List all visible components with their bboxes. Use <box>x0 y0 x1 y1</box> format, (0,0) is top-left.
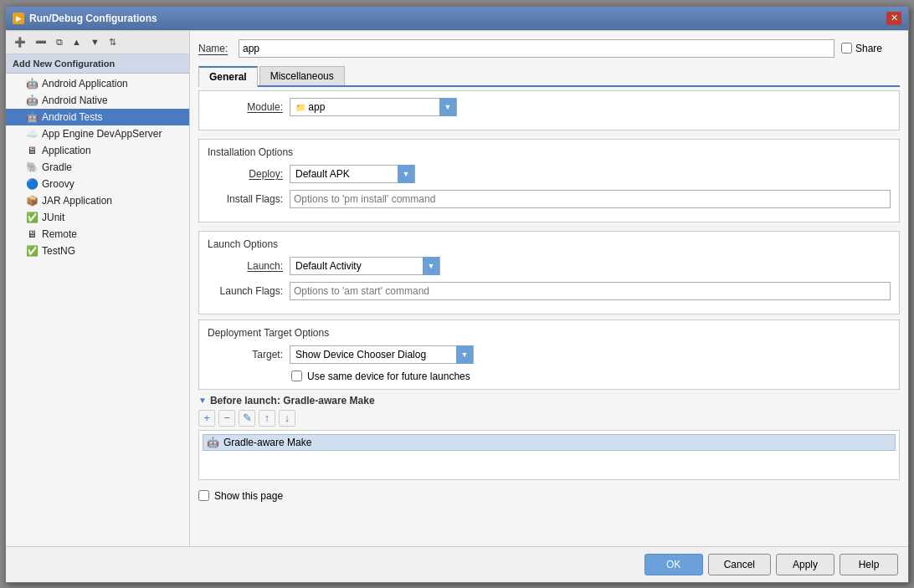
add-icon: ➕ <box>14 37 26 48</box>
dialog-icon: ▶ <box>13 13 24 24</box>
sidebar-item-groovy[interactable]: 🔵 Groovy <box>6 176 189 192</box>
launch-flags-label: Launch Flags: <box>208 285 283 297</box>
copy-icon: ⧉ <box>56 37 63 48</box>
bl-down-btn[interactable]: ↓ <box>279 410 295 427</box>
install-flags-input[interactable] <box>290 190 891 208</box>
sidebar-item-label: Android Tests <box>42 111 103 123</box>
apply-button[interactable]: Apply <box>776 554 834 575</box>
module-row: Module: 📁 app ▼ <box>208 98 891 116</box>
launch-row: Launch: Default Activity ▼ <box>208 257 891 275</box>
bl-up-btn[interactable]: ↑ <box>259 410 275 427</box>
launch-flags-input[interactable] <box>290 282 891 300</box>
close-button[interactable]: ✕ <box>886 12 901 25</box>
arrow-up-icon: ▲ <box>72 37 81 47</box>
deploy-dropdown[interactable]: Default APK ▼ <box>290 165 415 183</box>
target-dropdown[interactable]: Show Device Chooser Dialog ▼ <box>290 345 474 364</box>
sidebar-item-android-native[interactable]: 🤖 Android Native <box>6 92 189 109</box>
title-bar: ▶ Run/Debug Configurations ✕ <box>6 7 908 30</box>
left-panel: ➕ ➖ ⧉ ▲ ▼ ⇅ Add New Configuration <box>6 31 190 546</box>
sidebar-item-jar-application[interactable]: 📦 JAR Application <box>6 192 189 209</box>
sidebar-item-label: App Engine DevAppServer <box>42 128 162 140</box>
chevron-down-icon: ▼ <box>456 345 473 364</box>
remote-icon: 🖥 <box>26 228 38 240</box>
install-flags-label: Install Flags: <box>208 193 283 205</box>
move-up-btn[interactable]: ▲ <box>69 34 85 49</box>
bl-list-item[interactable]: 🤖 Gradle-aware Make <box>203 434 896 451</box>
launch-dropdown[interactable]: Default Activity ▼ <box>290 257 440 275</box>
move-down-btn[interactable]: ▼ <box>87 34 103 49</box>
before-launch-header: ▼ Before launch: Gradle-aware Make <box>198 395 900 406</box>
bl-edit-btn[interactable]: ✎ <box>239 410 255 427</box>
sidebar-item-android-application[interactable]: 🤖 Android Application <box>6 75 189 92</box>
sidebar-item-testng[interactable]: ✅ TestNG <box>6 243 189 259</box>
sort-btn[interactable]: ⇅ <box>105 34 120 50</box>
same-device-label: Use same device for future launches <box>307 371 470 382</box>
app-icon: 🖥 <box>26 145 38 156</box>
groovy-icon: 🔵 <box>26 178 38 190</box>
cancel-button[interactable]: Cancel <box>708 554 771 575</box>
chevron-down-icon: ▼ <box>423 257 439 275</box>
arrow-down-icon: ▼ <box>90 37 100 47</box>
deployment-target-section: Deployment Target Options Target: Show D… <box>198 320 900 390</box>
launch-options-header: Launch Options <box>208 238 891 250</box>
chevron-down-icon: ▼ <box>439 98 456 116</box>
remove-config-btn[interactable]: ➖ <box>32 34 50 50</box>
collapse-icon[interactable]: ▼ <box>198 396 207 405</box>
installation-options-header: Installation Options <box>208 146 891 158</box>
cloud-icon: ☁️ <box>26 128 38 140</box>
right-panel: Name: Share General Miscellaneous <box>190 31 908 546</box>
sidebar-item-label: Android Native <box>42 95 108 106</box>
before-launch-toolbar: + − ✎ ↑ ↓ <box>198 410 900 427</box>
bl-add-btn[interactable]: + <box>198 410 215 427</box>
sidebar-item-label: Remote <box>42 228 77 240</box>
sidebar-item-label: Gradle <box>42 161 72 173</box>
deploy-label: Deploy: <box>208 168 283 180</box>
button-bar: OK Cancel Apply Help <box>6 546 908 582</box>
module-label: Module: <box>208 101 283 113</box>
bl-remove-btn[interactable]: − <box>218 410 235 427</box>
sidebar-item-junit[interactable]: ✅ JUnit <box>6 209 189 226</box>
tab-miscellaneous[interactable]: Miscellaneous <box>259 66 345 85</box>
gradle-icon: 🐘 <box>26 161 38 173</box>
sidebar-item-gradle[interactable]: 🐘 Gradle <box>6 159 189 176</box>
jar-icon: 📦 <box>26 195 38 207</box>
share-checkbox[interactable] <box>841 43 852 54</box>
android-icon: 🤖 <box>26 111 38 123</box>
launch-options-section: Launch Options Launch: Default Activity … <box>198 231 900 314</box>
before-launch-section: ▼ Before launch: Gradle-aware Make + − ✎… <box>198 395 900 480</box>
sidebar-item-application[interactable]: 🖥 Application <box>6 142 189 159</box>
sidebar-item-app-engine[interactable]: ☁️ App Engine DevAppServer <box>6 125 189 142</box>
tabs-row: General Miscellaneous <box>198 66 900 87</box>
tab-general[interactable]: General <box>198 66 258 87</box>
target-value: Show Device Chooser Dialog <box>290 347 456 362</box>
same-device-checkbox[interactable] <box>291 371 302 381</box>
add-config-btn[interactable]: ➕ <box>11 34 29 50</box>
sidebar-item-label: Application <box>42 145 91 156</box>
sidebar-item-label: JAR Application <box>42 195 112 207</box>
launch-label: Launch: <box>208 260 283 272</box>
dialog-title: Run/Debug Configurations <box>29 13 157 24</box>
copy-config-btn[interactable]: ⧉ <box>53 34 66 50</box>
junit-icon: ✅ <box>26 212 38 223</box>
android-icon: 🤖 <box>26 95 38 106</box>
tree-list: 🤖 Android Application 🤖 Android Native 🤖… <box>6 74 189 546</box>
gradle-icon: 🤖 <box>207 437 219 448</box>
sort-icon: ⇅ <box>109 37 116 48</box>
module-value: 📁 app <box>290 100 439 115</box>
sidebar-item-remote[interactable]: 🖥 Remote <box>6 226 189 243</box>
show-page-label: Show this page <box>214 490 283 502</box>
sidebar-item-android-tests[interactable]: 🤖 Android Tests ← <box>6 109 189 125</box>
module-dropdown[interactable]: 📁 app ▼ <box>290 98 457 116</box>
share-row: Share <box>841 43 900 54</box>
name-input[interactable] <box>239 39 834 58</box>
left-toolbar: ➕ ➖ ⧉ ▲ ▼ ⇅ <box>6 31 189 54</box>
title-bar-left: ▶ Run/Debug Configurations <box>13 13 157 24</box>
dialog-body: ➕ ➖ ⧉ ▲ ▼ ⇅ Add New Configuration <box>6 30 908 546</box>
ok-button[interactable]: OK <box>644 554 703 575</box>
add-new-header: Add New Configuration <box>6 54 189 74</box>
show-page-checkbox[interactable] <box>198 490 209 501</box>
deploy-value: Default APK <box>290 166 398 182</box>
sidebar-item-label: JUnit <box>42 212 64 223</box>
help-button[interactable]: Help <box>840 554 898 575</box>
target-label: Target: <box>208 349 283 360</box>
